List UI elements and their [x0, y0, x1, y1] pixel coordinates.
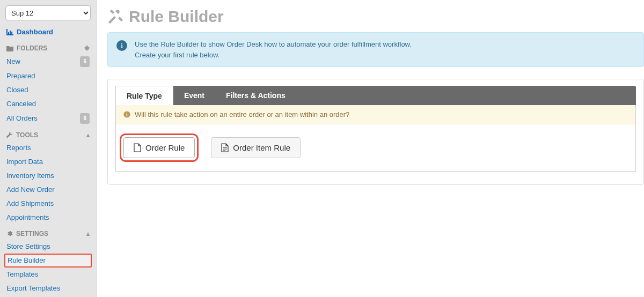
- info-line-2: Create your first rule below.: [135, 50, 412, 61]
- gear-icon: [6, 231, 13, 237]
- tools-icon: [107, 9, 123, 25]
- sidebar-item-prepared[interactable]: Prepared: [0, 69, 96, 83]
- folders-header-label: FOLDERS: [17, 44, 47, 52]
- dashboard-label: Dashboard: [17, 28, 53, 36]
- folder-icon: [6, 46, 13, 51]
- page-title-text: Rule Builder: [129, 8, 224, 26]
- button-label: Order Item Rule: [233, 143, 290, 152]
- wrench-icon: [6, 132, 13, 138]
- tab-body: i Will this rule take action on an entir…: [115, 105, 636, 172]
- file-text-icon: [221, 143, 229, 152]
- order-rule-button[interactable]: Order Rule: [123, 137, 195, 158]
- sidebar-item-label: Inventory Items: [6, 171, 54, 181]
- caret-up-icon[interactable]: ▴: [86, 131, 90, 139]
- rule-panel: Rule Type Event Filters & Actions i Will…: [107, 79, 644, 185]
- info-icon: i: [123, 111, 130, 118]
- sidebar-item-label: Appointments: [6, 213, 49, 222]
- sidebar-item-new[interactable]: New 6: [0, 54, 96, 69]
- chart-icon: [6, 29, 13, 35]
- info-box: i Use the Rule Builder to show Order Des…: [107, 32, 644, 67]
- folders-header: FOLDERS: [0, 39, 96, 54]
- sidebar-item-label: Rule Builder: [8, 256, 46, 265]
- sidebar-item-appointments[interactable]: Appointments: [0, 211, 96, 225]
- tabs: Rule Type Event Filters & Actions: [115, 86, 636, 105]
- main-content: Rule Builder i Use the Rule Builder to s…: [97, 0, 644, 297]
- sidebar-item-label: Add New Order: [6, 185, 55, 195]
- gear-icon[interactable]: [83, 45, 90, 51]
- info-line-1: Use the Rule Builder to show Order Desk …: [135, 39, 412, 50]
- tools-header: TOOLS ▴: [0, 126, 96, 141]
- rule-buttons: Order Rule Order Item Rule: [116, 124, 635, 171]
- settings-header: SETTINGS ▴: [0, 225, 96, 240]
- info-icon: i: [116, 40, 127, 51]
- badge: 6: [80, 113, 90, 124]
- sidebar-item-label: New: [6, 57, 20, 66]
- sidebar-item-label: Reports: [6, 143, 31, 153]
- sidebar-item-reports[interactable]: Reports: [0, 141, 96, 155]
- sidebar: Sup 12 Dashboard FOLDERS New 6 Prepared …: [0, 0, 97, 297]
- store-selector: Sup 12: [5, 5, 91, 20]
- sidebar-item-label: Export Templates: [6, 284, 60, 293]
- sidebar-item-label: All Orders: [6, 114, 38, 123]
- svg-text:i: i: [126, 112, 128, 117]
- sidebar-item-inventory-items[interactable]: Inventory Items: [0, 169, 96, 183]
- sidebar-item-export-templates[interactable]: Export Templates: [0, 281, 96, 295]
- badge: 6: [80, 56, 90, 67]
- sidebar-item-templates[interactable]: Templates: [0, 268, 96, 281]
- sidebar-item-label: Prepared: [6, 71, 35, 81]
- settings-header-label: SETTINGS: [16, 230, 48, 237]
- store-select-dropdown[interactable]: Sup 12: [5, 5, 91, 20]
- info-text: Use the Rule Builder to show Order Desk …: [135, 39, 412, 60]
- sidebar-item-label: Store Settings: [6, 242, 50, 251]
- sidebar-item-label: Closed: [6, 85, 28, 95]
- dashboard-link[interactable]: Dashboard: [0, 25, 96, 39]
- hint-text: Will this rule take action on an entire …: [135, 110, 349, 118]
- tab-rule-type[interactable]: Rule Type: [115, 86, 173, 105]
- sidebar-item-label: Import Data: [6, 157, 43, 167]
- sidebar-item-rule-builder[interactable]: Rule Builder: [4, 254, 92, 268]
- order-item-rule-button[interactable]: Order Item Rule: [211, 137, 301, 158]
- caret-up-icon[interactable]: ▴: [86, 230, 90, 237]
- button-label: Order Rule: [145, 143, 185, 152]
- sidebar-item-add-shipments[interactable]: Add Shipments: [0, 197, 96, 211]
- sidebar-item-closed[interactable]: Closed: [0, 83, 96, 97]
- sidebar-item-label: Add Shipments: [6, 199, 54, 209]
- sidebar-item-label: Templates: [6, 270, 38, 279]
- page-title: Rule Builder: [107, 8, 644, 26]
- sidebar-item-label: Canceled: [6, 99, 36, 109]
- tab-filters-actions[interactable]: Filters & Actions: [215, 86, 296, 105]
- sidebar-item-store-settings[interactable]: Store Settings: [0, 240, 96, 254]
- tools-header-label: TOOLS: [16, 131, 38, 139]
- sidebar-item-canceled[interactable]: Canceled: [0, 97, 96, 111]
- hint-bar: i Will this rule take action on an entir…: [116, 105, 635, 124]
- sidebar-item-all-orders[interactable]: All Orders 6: [0, 111, 96, 126]
- file-icon: [134, 143, 141, 152]
- tab-event[interactable]: Event: [173, 86, 215, 105]
- sidebar-item-add-new-order[interactable]: Add New Order: [0, 183, 96, 197]
- sidebar-item-import-data[interactable]: Import Data: [0, 155, 96, 169]
